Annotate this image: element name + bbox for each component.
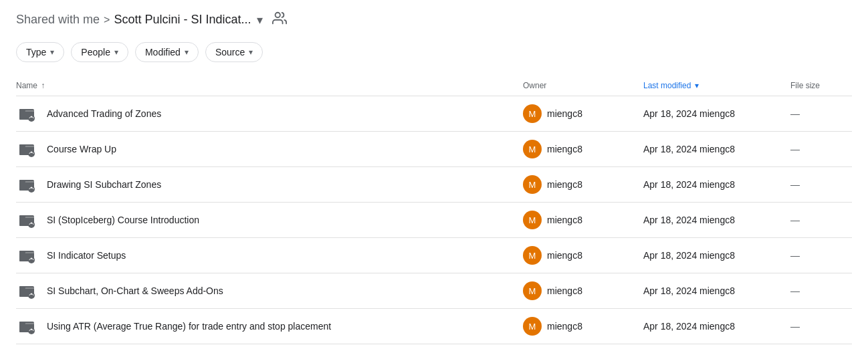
table-row[interactable]: Drawing SI Subchart Zones M miengc8 Apr … xyxy=(16,167,852,203)
svg-rect-18 xyxy=(19,215,25,218)
modified-sort-icon: ▾ xyxy=(695,81,699,90)
owner-name: miengc8 xyxy=(547,144,582,154)
folder-icon xyxy=(16,138,37,160)
svg-point-25 xyxy=(31,258,32,259)
svg-rect-23 xyxy=(19,251,25,253)
size-cell: — xyxy=(785,132,852,167)
owner-name: miengc8 xyxy=(547,215,582,225)
breadcrumb-people-icon[interactable] xyxy=(272,11,287,29)
table-row[interactable]: SI Indicator Setups M miengc8 Apr 18, 20… xyxy=(16,238,852,273)
modified-cell: Apr 18, 2024 miengc8 xyxy=(638,238,785,273)
svg-rect-8 xyxy=(19,144,25,147)
svg-point-5 xyxy=(31,116,32,118)
size-cell: — xyxy=(785,96,852,132)
filter-modified-chevron: ▾ xyxy=(185,47,189,57)
file-name-cell: Advanced Trading of Zones xyxy=(16,96,518,132)
owner-avatar: M xyxy=(523,317,542,336)
folder-icon xyxy=(16,174,37,195)
owner-name: miengc8 xyxy=(547,321,582,332)
folder-icon xyxy=(16,245,37,266)
filter-people-label: People xyxy=(81,47,110,57)
filter-source-label: Source xyxy=(215,47,245,57)
filter-people-chevron: ▾ xyxy=(114,47,118,57)
size-cell: — xyxy=(785,203,852,238)
breadcrumb-dropdown-icon[interactable]: ▾ xyxy=(257,13,263,27)
folder-icon xyxy=(16,280,37,302)
owner-avatar: M xyxy=(523,104,542,123)
breadcrumb-shared-link[interactable]: Shared with me xyxy=(16,13,100,27)
owner-name: miengc8 xyxy=(547,179,582,190)
svg-point-20 xyxy=(31,223,32,224)
file-name: Using ATR (Average True Range) for trade… xyxy=(47,321,331,332)
folder-icon xyxy=(16,316,37,337)
filter-modified[interactable]: Modified ▾ xyxy=(135,42,199,62)
col-header-modified[interactable]: Last modified ▾ xyxy=(638,76,785,96)
owner-avatar: M xyxy=(523,211,542,229)
owner-name: miengc8 xyxy=(547,250,582,261)
file-name: Drawing SI Subchart Zones xyxy=(47,179,161,190)
owner-cell: M miengc8 xyxy=(518,273,638,309)
breadcrumb-separator: > xyxy=(104,14,110,26)
svg-point-15 xyxy=(31,187,32,189)
svg-point-30 xyxy=(31,293,32,295)
modified-cell: Apr 18, 2024 miengc8 xyxy=(638,273,785,309)
filter-type-chevron: ▾ xyxy=(50,47,54,57)
breadcrumb: Shared with me > Scott Pulcini - SI Indi… xyxy=(16,11,852,29)
file-name: SI Indicator Setups xyxy=(47,250,126,261)
col-header-size: File size xyxy=(785,76,852,96)
col-header-owner: Owner xyxy=(518,76,638,96)
file-name-cell: SI (StopIceberg) Course Introduction xyxy=(16,203,518,238)
modified-cell: Apr 18, 2024 miengc8 xyxy=(638,309,785,344)
filter-source[interactable]: Source ▾ xyxy=(205,42,263,62)
owner-cell: M miengc8 xyxy=(518,132,638,167)
table-row[interactable]: Course Wrap Up M miengc8 Apr 18, 2024 mi… xyxy=(16,132,852,167)
folder-icon xyxy=(16,209,37,231)
table-row[interactable]: SI Subchart, On-Chart & Sweeps Add-Ons M… xyxy=(16,273,852,309)
svg-point-35 xyxy=(31,329,32,330)
owner-cell: M miengc8 xyxy=(518,203,638,238)
table-row[interactable]: Using ATR (Average True Range) for trade… xyxy=(16,309,852,344)
modified-cell: Apr 18, 2024 miengc8 xyxy=(638,167,785,203)
table-row[interactable]: SI (StopIceberg) Course Introduction M m… xyxy=(16,203,852,238)
owner-avatar: M xyxy=(523,246,542,265)
owner-cell: M miengc8 xyxy=(518,96,638,132)
svg-point-0 xyxy=(275,13,280,17)
file-name-cell: SI Indicator Setups xyxy=(16,238,518,273)
svg-rect-28 xyxy=(19,286,25,289)
owner-name: miengc8 xyxy=(547,108,582,119)
svg-point-10 xyxy=(31,152,32,153)
name-sort-icon: ↑ xyxy=(41,81,45,90)
file-name: SI (StopIceberg) Course Introduction xyxy=(47,215,199,225)
size-cell: — xyxy=(785,309,852,344)
owner-cell: M miengc8 xyxy=(518,238,638,273)
file-table: Name ↑ Owner Last modified ▾ File size xyxy=(16,76,852,344)
filter-bar: Type ▾ People ▾ Modified ▾ Source ▾ xyxy=(16,42,852,62)
size-cell: — xyxy=(785,238,852,273)
col-header-name[interactable]: Name ↑ xyxy=(16,76,518,96)
size-cell: — xyxy=(785,273,852,309)
size-cell: — xyxy=(785,167,852,203)
modified-cell: Apr 18, 2024 miengc8 xyxy=(638,203,785,238)
file-name: Course Wrap Up xyxy=(47,144,116,154)
file-name-cell: Course Wrap Up xyxy=(16,132,518,167)
owner-cell: M miengc8 xyxy=(518,309,638,344)
owner-avatar: M xyxy=(523,281,542,300)
svg-rect-33 xyxy=(19,322,25,324)
modified-cell: Apr 18, 2024 miengc8 xyxy=(638,132,785,167)
table-row[interactable]: Advanced Trading of Zones M miengc8 Apr … xyxy=(16,96,852,132)
file-name-cell: SI Subchart, On-Chart & Sweeps Add-Ons xyxy=(16,273,518,309)
owner-name: miengc8 xyxy=(547,285,582,296)
filter-type[interactable]: Type ▾ xyxy=(16,42,64,62)
breadcrumb-folder-title: Scott Pulcini - SI Indicat... xyxy=(114,13,251,27)
file-name-cell: Using ATR (Average True Range) for trade… xyxy=(16,309,518,344)
filter-source-chevron: ▾ xyxy=(249,47,253,57)
file-name: SI Subchart, On-Chart & Sweeps Add-Ons xyxy=(47,285,223,296)
owner-cell: M miengc8 xyxy=(518,167,638,203)
svg-rect-3 xyxy=(19,109,25,112)
filter-people[interactable]: People ▾ xyxy=(71,42,128,62)
owner-avatar: M xyxy=(523,175,542,194)
file-name-cell: Drawing SI Subchart Zones xyxy=(16,167,518,203)
filter-modified-label: Modified xyxy=(145,47,181,57)
svg-rect-13 xyxy=(19,180,25,183)
file-name: Advanced Trading of Zones xyxy=(47,108,161,119)
